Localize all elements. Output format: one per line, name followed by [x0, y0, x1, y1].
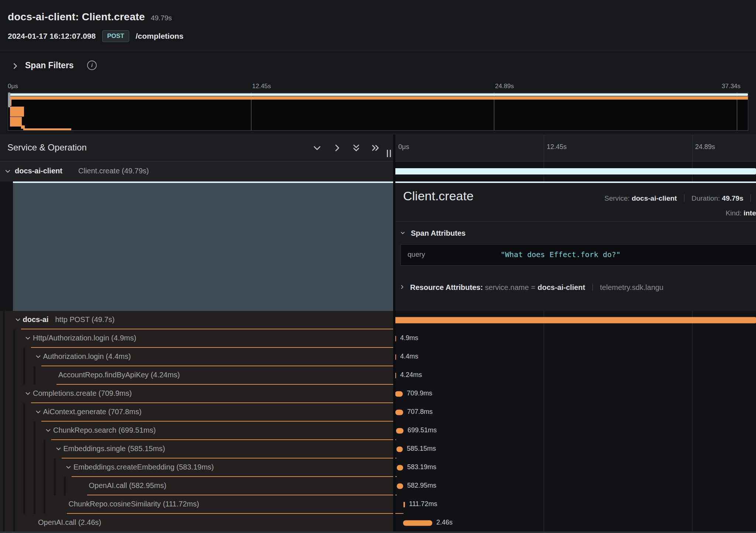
span-row-timeline-cell[interactable]: 4.24ms [393, 366, 756, 385]
indent-guide [23, 495, 25, 514]
indent-guide [44, 477, 45, 495]
chevron-down-icon[interactable] [35, 409, 41, 415]
span-row-label-cell[interactable]: docs-ai http POST (49.7s) [0, 311, 393, 329]
span-bar[interactable] [397, 465, 403, 471]
resource-attributes-header[interactable]: Resource Attributes: service.name=docs-a… [400, 283, 756, 292]
span-row[interactable]: Completions.create (709.9ms) 709.9ms [0, 385, 756, 403]
span-row-timeline-cell[interactable]: 2.46s [393, 514, 756, 532]
span-connector-line [87, 495, 397, 495]
span-row-label-cell[interactable]: ChunkRepo.search (699.51ms) [0, 422, 393, 440]
chevron-right-icon[interactable] [11, 62, 19, 70]
span-filters-label[interactable]: Span Filters [25, 60, 74, 70]
chevron-down-icon[interactable] [25, 390, 31, 397]
span-row-label-cell[interactable]: AiContext.generate (707.8ms) [0, 403, 393, 422]
kind-label: Kind: [726, 209, 742, 217]
chevron-right-icon[interactable] [400, 284, 405, 290]
trace-timestamp: 2024-01-17 16:12:07.098 [8, 32, 96, 41]
info-icon[interactable]: i [87, 60, 97, 70]
minimap-viewport-handle[interactable] [8, 93, 10, 107]
span-row-label-cell[interactable]: Embeddings.single (585.15ms) [0, 440, 393, 458]
span-duration-label: 4.4ms [400, 353, 418, 360]
span-row[interactable]: Embeddings.single (585.15ms) 585.15ms [0, 440, 756, 458]
minimap-tick: 24.89s [495, 83, 514, 90]
span-row-timeline-cell[interactable]: 4.4ms [393, 348, 756, 366]
span-bar-root[interactable] [394, 168, 756, 174]
column-resize-handle[interactable] [387, 150, 391, 157]
indent-guide [34, 422, 35, 440]
chevron-down-icon[interactable] [65, 464, 72, 470]
span-bar[interactable] [396, 447, 403, 452]
span-row-label-cell[interactable]: AccountRepo.findByApiKey (4.24ms) [0, 366, 393, 385]
minimap-canvas[interactable] [8, 92, 748, 131]
span-row-root[interactable]: docs-ai-client Client.create (49.79s) [0, 162, 756, 181]
span-attributes-header[interactable]: Span Attributes [400, 229, 465, 238]
span-bar[interactable] [396, 428, 403, 434]
span-row[interactable]: ChunkRepo.search (699.51ms) 699.51ms [0, 422, 756, 440]
indent-guide [34, 366, 35, 385]
indent-guide [3, 477, 5, 495]
span-row-timeline-cell[interactable]: 583.19ms [393, 458, 756, 477]
expand-one-icon[interactable] [332, 143, 342, 153]
chevron-down-icon[interactable] [45, 427, 51, 433]
span-row-root-label-cell[interactable]: docs-ai-client Client.create (49.79s) [0, 162, 393, 181]
span-row-timeline-cell[interactable] [393, 311, 756, 329]
indent-guide [23, 348, 25, 366]
span-row-timeline-cell[interactable]: 111.72ms [393, 495, 756, 514]
span-row-label-cell[interactable]: Authorization.login (4.4ms) [0, 348, 393, 366]
span-row-timeline-cell[interactable]: 707.8ms [393, 403, 756, 422]
span-row-label-cell[interactable]: ChunkRepo.cosineSimilarity (111.72ms) [0, 495, 393, 514]
collapse-all-icon[interactable] [351, 143, 361, 153]
attribute-row[interactable]: query "What does Effect.fork do?" [401, 244, 756, 266]
indent-guide [23, 366, 25, 385]
span-row[interactable]: AiContext.generate (707.8ms) 707.8ms [0, 403, 756, 422]
span-row-label-cell[interactable]: Embeddings.createEmbedding (583.19ms) [0, 458, 393, 477]
span-bar[interactable] [403, 520, 432, 526]
page-title: docs-ai-client: Client.create [8, 11, 145, 23]
span-row[interactable]: Embeddings.createEmbedding (583.19ms) 58… [0, 458, 756, 477]
span-row-timeline-cell[interactable]: 582.95ms [393, 477, 756, 495]
span-row[interactable]: Http/Authorization.login (4.9ms) 4.9ms [0, 329, 756, 348]
span-row-label-cell[interactable]: OpenAI.call (582.95ms) [0, 477, 393, 495]
indent-guide [3, 403, 5, 422]
span-bar[interactable] [395, 410, 403, 415]
span-row-timeline-cell[interactable]: 4.9ms [393, 329, 756, 348]
timeline-tick: 24.89s [695, 143, 715, 151]
chevron-down-icon[interactable] [55, 446, 62, 452]
span-row[interactable]: AccountRepo.findByApiKey (4.24ms) 4.24ms [0, 366, 756, 385]
span-row[interactable]: ChunkRepo.cosineSimilarity (111.72ms) 11… [0, 495, 756, 514]
span-bar[interactable] [395, 391, 403, 397]
span-row-timeline-cell[interactable]: 699.51ms [393, 422, 756, 440]
span-bar[interactable] [403, 502, 405, 508]
span-bar[interactable] [397, 484, 403, 489]
span-row-label-cell[interactable]: Http/Authorization.login (4.9ms) [0, 329, 393, 348]
indent-guide [34, 440, 35, 458]
span-row-timeline-cell[interactable]: 709.9ms [393, 385, 756, 403]
minimap-tick: 0μs [8, 83, 18, 90]
span-row[interactable]: OpenAI.call (582.95ms) 582.95ms [0, 477, 756, 495]
indent-guide [3, 366, 5, 385]
span-operation: ChunkRepo.cosineSimilarity (111.72ms) [69, 500, 199, 508]
span-row[interactable]: Authorization.login (4.4ms) 4.4ms [0, 348, 756, 366]
trace-minimap[interactable]: 0μs12.45s24.89s37.34s [0, 82, 756, 135]
span-bar[interactable] [394, 317, 756, 323]
chevron-down-icon[interactable] [25, 335, 31, 341]
chevron-down-icon[interactable] [15, 316, 21, 323]
chevron-down-icon[interactable] [35, 353, 41, 360]
chevron-down-icon[interactable] [400, 231, 406, 236]
span-row[interactable]: docs-ai http POST (49.7s) [0, 311, 756, 329]
span-row-label-cell[interactable]: OpenAI.call (2.46s) [0, 514, 393, 532]
span-row-label-cell[interactable]: Completions.create (709.9ms) [0, 385, 393, 403]
horizontal-scrollbar[interactable] [0, 532, 756, 533]
attribute-value: "What does Effect.fork do?" [501, 250, 621, 259]
span-row[interactable]: OpenAI.call (2.46s) 2.46s [0, 514, 756, 532]
resource-key-partial: telemetry.sdk.langu [600, 283, 663, 291]
collapse-one-icon[interactable] [312, 143, 322, 153]
column-divider[interactable] [393, 135, 395, 533]
indent-guide [13, 329, 15, 348]
chevron-down-icon[interactable] [4, 168, 11, 174]
span-connector-line [21, 329, 395, 329]
expand-all-icon[interactable] [371, 143, 380, 153]
span-duration-label: 699.51ms [408, 426, 437, 434]
indent-guide [13, 422, 15, 440]
span-row-timeline-cell[interactable]: 585.15ms [393, 440, 756, 458]
